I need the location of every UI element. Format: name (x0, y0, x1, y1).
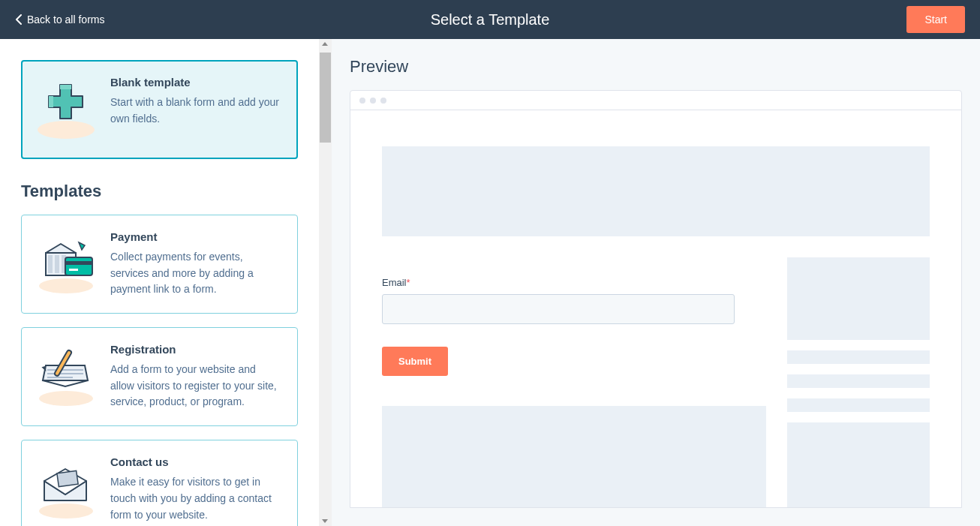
placeholder-line (787, 374, 930, 388)
placeholder-line (787, 350, 930, 364)
registration-icon (32, 343, 100, 410)
svg-rect-6 (65, 257, 92, 275)
svg-point-9 (39, 391, 93, 406)
submit-button[interactable]: Submit (382, 347, 448, 376)
template-list-panel: Blank template Start with a blank form a… (0, 39, 319, 526)
placeholder-block (787, 422, 930, 507)
placeholder-block (382, 406, 766, 507)
placeholder-block (787, 257, 930, 340)
template-desc: Make it easy for visitors to get in touc… (110, 474, 282, 523)
email-label: Email* (382, 277, 410, 288)
template-card-registration[interactable]: Registration Add a form to your website … (21, 327, 298, 426)
blank-template-icon (32, 76, 100, 143)
svg-rect-7 (65, 261, 92, 265)
template-title: Registration (110, 343, 282, 356)
template-card-payment[interactable]: Payment Collect payments for events, ser… (21, 215, 298, 314)
page-title: Select a Template (431, 11, 550, 29)
svg-point-0 (38, 121, 95, 139)
main-layout: Blank template Start with a blank form a… (0, 39, 980, 526)
contact-icon (32, 455, 100, 523)
template-title: Payment (110, 230, 282, 243)
email-label-text: Email (382, 277, 407, 288)
panel-scrollbar[interactable] (319, 39, 332, 526)
preview-window: Email* Submit (350, 90, 962, 508)
preview-titlebar (350, 91, 961, 110)
preview-panel: Preview Email* Submit (332, 39, 980, 526)
svg-rect-12 (57, 470, 78, 486)
payment-icon (32, 230, 100, 298)
template-card-blank[interactable]: Blank template Start with a blank form a… (21, 60, 298, 159)
template-desc: Start with a blank form and add your own… (110, 95, 282, 127)
preview-form: Email* Submit (382, 257, 766, 507)
back-label: Back to all forms (27, 14, 104, 26)
back-link[interactable]: Back to all forms (15, 14, 104, 26)
svg-point-11 (39, 503, 93, 518)
window-dot-icon (359, 98, 365, 104)
svg-rect-8 (69, 269, 78, 271)
preview-body[interactable]: Email* Submit (350, 110, 961, 507)
template-card-contact[interactable]: Contact us Make it easy for visitors to … (21, 440, 298, 526)
preview-sidebar (787, 257, 930, 507)
svg-point-1 (39, 278, 93, 293)
window-dot-icon (370, 98, 376, 104)
template-desc: Add a form to your website and allow vis… (110, 362, 282, 410)
app-header: Back to all forms Select a Template Star… (0, 0, 980, 39)
template-title: Contact us (110, 455, 282, 468)
template-desc: Collect payments for events, services an… (110, 249, 282, 298)
chevron-left-icon (15, 14, 23, 25)
placeholder-banner (382, 146, 930, 236)
window-dot-icon (380, 98, 386, 104)
template-title: Blank template (110, 76, 282, 89)
svg-rect-3 (48, 255, 53, 273)
svg-rect-4 (55, 255, 59, 273)
email-field[interactable] (382, 294, 735, 324)
preview-heading: Preview (350, 57, 962, 77)
start-button[interactable]: Start (906, 6, 965, 33)
templates-heading: Templates (21, 182, 298, 201)
required-mark: * (407, 277, 410, 288)
placeholder-line (787, 398, 930, 412)
